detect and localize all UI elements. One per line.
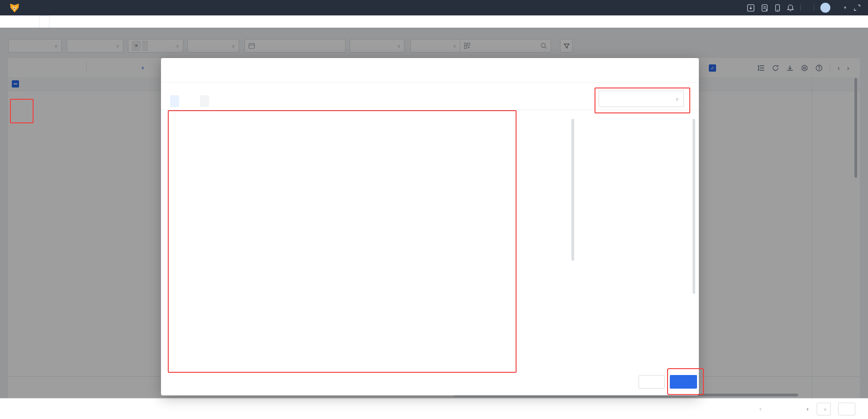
top-nav: ▼ <box>0 0 868 15</box>
page-tabs <box>0 15 868 28</box>
tab-fba-shipment[interactable] <box>39 15 49 28</box>
divider <box>800 5 801 11</box>
bell-icon[interactable] <box>787 4 794 12</box>
app-window: ▼ ∨ ∨ × ∨ ∨ ∨ ∨ <box>0 0 868 419</box>
checkbox-area-scrollbar[interactable] <box>571 119 574 261</box>
cancel-button[interactable] <box>639 375 665 389</box>
goto-page-input[interactable] <box>838 403 855 415</box>
tab-doc-detail[interactable] <box>200 95 209 107</box>
template-select[interactable]: ∨ <box>599 91 684 107</box>
mobile-icon[interactable] <box>775 4 780 12</box>
avatar[interactable] <box>820 3 830 13</box>
next-page-button[interactable]: › <box>802 404 813 414</box>
nav-right-cluster: ▼ <box>747 3 868 13</box>
prev-page-button[interactable]: ‹ <box>755 404 766 414</box>
tab-doc-header[interactable] <box>170 95 179 107</box>
export-customs-modal: ∨ <box>161 58 699 395</box>
doc-add-icon[interactable] <box>761 4 768 12</box>
divider <box>161 82 699 83</box>
export-button[interactable] <box>670 375 697 389</box>
chevron-down-icon: ∨ <box>675 96 679 102</box>
download-app-icon[interactable] <box>747 4 755 12</box>
brand-logo-icon[interactable] <box>0 2 29 14</box>
ellipsis[interactable] <box>773 404 784 414</box>
page-24[interactable] <box>788 404 799 414</box>
caret-down-icon[interactable]: ▼ <box>843 5 847 10</box>
divider <box>161 110 699 110</box>
pagination-bar: ‹ › ∨ <box>0 399 868 419</box>
panel-scrollbar[interactable] <box>692 119 695 294</box>
fullscreen-icon[interactable] <box>853 4 861 11</box>
page-size-select[interactable]: ∨ <box>817 403 831 415</box>
divider <box>814 5 814 11</box>
